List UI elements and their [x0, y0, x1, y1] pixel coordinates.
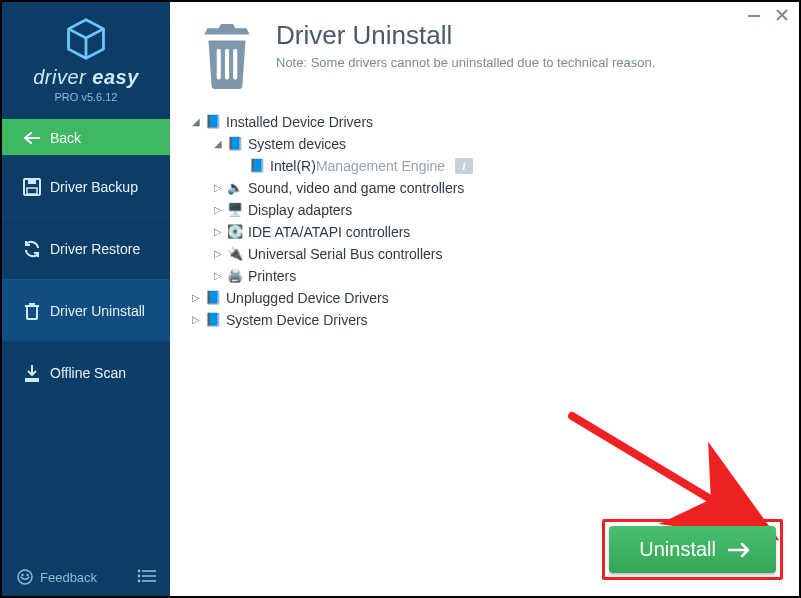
expander-closed-icon[interactable]: ▷	[212, 243, 224, 265]
floppy-icon	[18, 177, 46, 197]
trash-icon	[18, 301, 46, 321]
tree-root-label: Installed Device Drivers	[226, 111, 373, 133]
minimize-button[interactable]	[747, 8, 761, 26]
monitor-icon: 🖥️	[226, 199, 244, 221]
expander-closed-icon[interactable]: ▷	[190, 309, 202, 331]
sidebar-nav: Back Driver Backup Driver Restore Driver…	[2, 119, 170, 403]
svg-rect-2	[27, 188, 37, 194]
printer-icon: 🖨️	[226, 265, 244, 287]
close-button[interactable]	[775, 8, 789, 26]
expander-closed-icon[interactable]: ▷	[212, 199, 224, 221]
nav-driver-backup[interactable]: Driver Backup	[2, 155, 170, 217]
tree-root[interactable]: ◢ 📘 Installed Device Drivers	[190, 111, 779, 133]
main-panel: Driver Uninstall Note: Some drivers cann…	[170, 2, 799, 596]
tree-display[interactable]: ▷ 🖥️ Display adapters	[190, 199, 779, 221]
tree-usb-label: Universal Serial Bus controllers	[248, 243, 443, 265]
svg-point-5	[27, 575, 28, 576]
expander-closed-icon[interactable]: ▷	[212, 265, 224, 287]
disk-icon: 💽	[226, 221, 244, 243]
tree-system-devices-label: System devices	[248, 133, 346, 155]
nav-back-label: Back	[50, 130, 81, 146]
chip-icon: 📘	[248, 155, 266, 177]
version-label: PRO v5.6.12	[2, 91, 170, 103]
feedback-button[interactable]: Feedback	[16, 568, 97, 586]
tree-sound[interactable]: ▷ 🔈 Sound, video and game controllers	[190, 177, 779, 199]
tree-unplugged[interactable]: ▷ 📘 Unplugged Device Drivers	[190, 287, 779, 309]
svg-rect-1	[28, 179, 36, 184]
uninstall-button-label: Uninstall	[639, 538, 716, 561]
brand-block: driver easy PRO v5.6.12	[2, 2, 170, 113]
svg-point-6	[138, 569, 141, 572]
header-trash-icon	[196, 20, 258, 95]
arrow-right-icon	[728, 542, 752, 558]
nav-uninstall-label: Driver Uninstall	[50, 303, 145, 319]
logo-icon	[63, 16, 109, 62]
page-subtitle: Note: Some drivers cannot be uninstalled…	[276, 55, 655, 70]
nav-offline-label: Offline Scan	[50, 365, 126, 381]
svg-rect-12	[748, 15, 760, 17]
more-menu-icon[interactable]	[136, 569, 156, 586]
tree-sysdrv-label: System Device Drivers	[226, 309, 368, 331]
tree-printers-label: Printers	[248, 265, 296, 287]
nav-driver-uninstall[interactable]: Driver Uninstall	[2, 279, 170, 341]
svg-point-8	[138, 574, 141, 577]
usb-icon: 🔌	[226, 243, 244, 265]
tree-item-intel-me[interactable]: 📘 Intel(R) Management Engine i	[190, 155, 779, 177]
info-icon[interactable]: i	[455, 158, 473, 174]
svg-rect-7	[142, 570, 156, 572]
refresh-icon	[18, 239, 46, 259]
feedback-label: Feedback	[40, 570, 97, 585]
expander-open-icon[interactable]: ◢	[212, 133, 224, 155]
drivers-icon: 📘	[204, 287, 222, 309]
expander-open-icon[interactable]: ◢	[190, 111, 202, 133]
nav-backup-label: Driver Backup	[50, 179, 138, 195]
expander-closed-icon[interactable]: ▷	[212, 221, 224, 243]
arrow-left-icon	[18, 132, 46, 144]
window-controls	[747, 8, 789, 26]
svg-line-16	[572, 416, 752, 524]
tree-ide[interactable]: ▷ 💽 IDE ATA/ATAPI controllers	[190, 221, 779, 243]
uninstall-highlight: Uninstall	[602, 519, 783, 580]
drivers-icon: 📘	[204, 111, 222, 133]
nav-back[interactable]: Back	[2, 119, 170, 155]
svg-point-3	[18, 570, 32, 584]
tree-system-drivers[interactable]: ▷ 📘 System Device Drivers	[190, 309, 779, 331]
tree-ide-label: IDE ATA/ATAPI controllers	[248, 221, 410, 243]
device-tree: ◢ 📘 Installed Device Drivers ◢ 📘 System …	[170, 107, 799, 351]
tree-unplugged-label: Unplugged Device Drivers	[226, 287, 389, 309]
tree-printers[interactable]: ▷ 🖨️ Printers	[190, 265, 779, 287]
sidebar-footer: Feedback	[2, 568, 170, 586]
brand-name: driver easy	[2, 66, 170, 89]
svg-rect-9	[142, 575, 156, 577]
sidebar: driver easy PRO v5.6.12 Back Driver Back…	[2, 2, 170, 596]
download-icon	[18, 363, 46, 383]
nav-restore-label: Driver Restore	[50, 241, 140, 257]
expander-closed-icon[interactable]: ▷	[190, 287, 202, 309]
tree-usb[interactable]: ▷ 🔌 Universal Serial Bus controllers	[190, 243, 779, 265]
tree-sound-label: Sound, video and game controllers	[248, 177, 464, 199]
svg-point-10	[138, 579, 141, 582]
uninstall-button[interactable]: Uninstall	[609, 526, 776, 573]
drivers-icon: 📘	[204, 309, 222, 331]
tree-system-devices[interactable]: ◢ 📘 System devices	[190, 133, 779, 155]
expander-closed-icon[interactable]: ▷	[212, 177, 224, 199]
tree-intel-dim: Management Engine	[316, 155, 445, 177]
drivers-icon: 📘	[226, 133, 244, 155]
tree-display-label: Display adapters	[248, 199, 352, 221]
svg-point-4	[22, 575, 23, 576]
nav-driver-restore[interactable]: Driver Restore	[2, 217, 170, 279]
tree-intel-prefix: Intel(R)	[270, 155, 316, 177]
page-header: Driver Uninstall Note: Some drivers cann…	[170, 2, 799, 107]
svg-rect-11	[142, 580, 156, 582]
speaker-icon: 🔈	[226, 177, 244, 199]
page-title: Driver Uninstall	[276, 20, 655, 51]
nav-offline-scan[interactable]: Offline Scan	[2, 341, 170, 403]
